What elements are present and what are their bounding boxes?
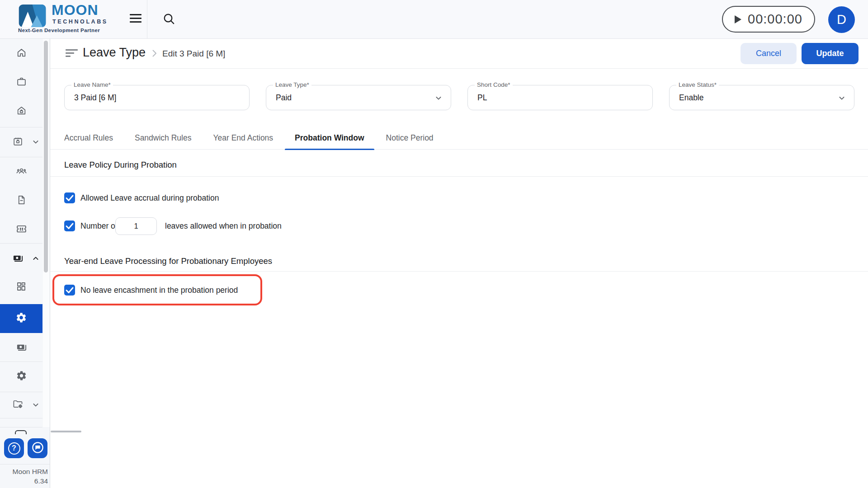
leaves-allowed-label: leaves allowed when in probation: [165, 221, 282, 231]
sidebar-item-dashboard[interactable]: [0, 273, 42, 302]
allowed-leave-accrual-checkbox[interactable]: [64, 192, 75, 203]
section-heading-year-end: Year-end Leave Processing for Probationa…: [64, 256, 272, 266]
avatar[interactable]: D: [828, 6, 855, 33]
briefcase-icon: [16, 76, 27, 89]
hamburger-menu-icon[interactable]: [130, 14, 142, 25]
sidebar-item-leave-settings-active[interactable]: [0, 304, 42, 333]
sidebar-footer-divider: [0, 464, 50, 465]
chevron-down-icon: [31, 400, 41, 412]
timer-value: 00:00:00: [748, 12, 802, 27]
sidebar-item-documents[interactable]: [0, 186, 42, 215]
brand-tagline: Next-Gen Development Partner: [18, 28, 100, 33]
checkmark-icon: [64, 192, 75, 203]
tab-accrual-rules[interactable]: Accrual Rules: [53, 127, 124, 150]
payments-icon: [16, 341, 27, 354]
sidebar-item-settings[interactable]: [0, 362, 42, 391]
breadcrumb: Edit 3 Paid [6 M]: [162, 49, 225, 59]
leave-name-field[interactable]: Leave Name* 3 Paid [6 M]: [64, 85, 250, 110]
main-content: Leave Type Edit 3 Paid [6 M] Cancel Upda…: [50, 39, 868, 488]
section-heading-leave-policy: Leave Policy During Probation: [64, 160, 177, 170]
tab-year-end-actions[interactable]: Year End Actions: [202, 127, 284, 150]
breadcrumb-chevron-icon: [149, 48, 160, 61]
checkmark-icon: [64, 221, 75, 231]
leave-type-select[interactable]: Leave Type* Paid: [266, 85, 451, 110]
horizontal-scrollbar-thumb[interactable]: [51, 431, 81, 432]
tab-probation-window[interactable]: Probation Window: [284, 127, 375, 150]
number-of-label: Number of: [80, 221, 118, 231]
app-screen: MOON TECHNOLABS Next-Gen Development Par…: [0, 0, 868, 488]
gear-icon: [16, 370, 27, 383]
short-code-value: PL: [477, 85, 487, 110]
home-office-icon: [16, 105, 27, 118]
tab-sandwich-rules[interactable]: Sandwich Rules: [124, 127, 202, 150]
sidebar-item-payments[interactable]: [0, 333, 42, 362]
leave-name-value: 3 Paid [6 M]: [74, 85, 116, 110]
sidebar-divider: [0, 427, 42, 427]
folder-gear-icon: [12, 399, 24, 412]
number-of-leaves-checkbox[interactable]: [64, 221, 75, 231]
tab-notice-period[interactable]: Notice Period: [375, 127, 444, 150]
document-icon: [16, 194, 27, 207]
moon-technolabs-logo-icon: [18, 5, 47, 27]
page-title: Leave Type: [83, 46, 146, 60]
section-divider: [50, 271, 868, 272]
sidebar-item-work[interactable]: [0, 68, 42, 97]
chevron-up-icon: [31, 253, 41, 265]
sidebar-divider: [0, 418, 42, 418]
help-icon: ?: [8, 442, 20, 455]
section-divider: [50, 176, 868, 177]
brand-name: MOON: [52, 2, 99, 19]
sidebar-item-project-folder[interactable]: [0, 392, 42, 418]
sidebar: ? Moon HRM 6.34: [0, 39, 50, 488]
sidebar-item-leave-calendar[interactable]: [0, 127, 42, 156]
short-code-field[interactable]: Short Code* PL: [467, 85, 653, 110]
leave-status-select[interactable]: Leave Status* Enable: [669, 85, 854, 110]
app-name: Moon HRM: [13, 467, 48, 476]
allowed-leave-accrual-label: Allowed Leave accrual during probation: [80, 193, 219, 203]
dashboard-grid-icon: [16, 281, 27, 294]
leave-status-value: Enable: [679, 85, 704, 110]
page-title-sort-icon: [66, 49, 78, 58]
version-number: 6.34: [13, 476, 48, 486]
sidebar-item-tickets[interactable]: [0, 215, 42, 244]
update-button[interactable]: Update: [802, 43, 859, 64]
topbar: MOON TECHNOLABS Next-Gen Development Par…: [0, 0, 868, 39]
time-tracker[interactable]: 00:00:00: [722, 6, 815, 33]
search-icon[interactable]: [162, 12, 176, 26]
ticket-icon: [16, 223, 27, 236]
chevron-down-icon: [31, 137, 41, 149]
partial-sidebar-item-icon[interactable]: [15, 430, 27, 434]
leave-type-value: Paid: [276, 85, 292, 110]
sidebar-item-employees[interactable]: [0, 157, 42, 186]
payments-icon: [12, 252, 24, 265]
no-leave-encashment-checkbox[interactable]: [64, 285, 75, 296]
brand-subname: TECHNOLABS: [52, 19, 108, 25]
leaves-count-input[interactable]: [115, 217, 157, 235]
people-group-icon: [16, 165, 27, 178]
tab-bar: Accrual Rules Sandwich Rules Year End Ac…: [50, 127, 868, 150]
help-button[interactable]: ?: [4, 438, 24, 458]
no-leave-encashment-label: No leave encashment in the probation per…: [80, 286, 238, 295]
play-icon[interactable]: [735, 15, 741, 23]
sidebar-divider: [0, 243, 42, 244]
chat-icon: [31, 441, 45, 456]
chevron-down-icon: [837, 93, 847, 105]
sidebar-item-work-from-home[interactable]: [0, 97, 42, 126]
sidebar-item-payroll[interactable]: [0, 244, 42, 273]
app-version: Moon HRM 6.34: [13, 467, 48, 486]
calendar-briefcase-icon: [12, 136, 24, 149]
gear-icon: [15, 312, 27, 325]
cancel-button[interactable]: Cancel: [741, 43, 797, 64]
chat-button[interactable]: [28, 438, 47, 458]
sidebar-item-home[interactable]: [0, 39, 42, 68]
checkmark-icon: [64, 285, 75, 296]
chevron-down-icon: [434, 93, 443, 105]
sidebar-scrollbar-thumb[interactable]: [44, 41, 48, 272]
home-icon: [16, 47, 27, 60]
page-header: Leave Type Edit 3 Paid [6 M] Cancel Upda…: [50, 39, 868, 69]
topbar-divider: [147, 0, 147, 38]
